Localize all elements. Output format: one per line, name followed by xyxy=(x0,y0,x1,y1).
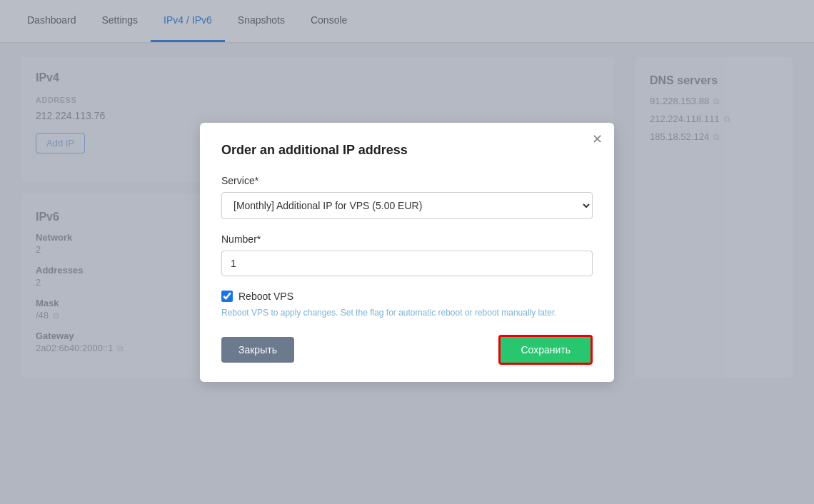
modal-close-x-button[interactable]: ✕ xyxy=(592,133,603,146)
reboot-hint: Reboot VPS to apply changes. Set the fla… xyxy=(221,308,593,318)
modal-overlay: Order an additional IP address ✕ Service… xyxy=(0,0,814,504)
service-label: Service* xyxy=(221,175,593,186)
service-select[interactable]: [Monthly] Additional IP for VPS (5.00 EU… xyxy=(221,192,593,219)
save-button[interactable]: Сохранить xyxy=(498,335,593,365)
reboot-label: Reboot VPS xyxy=(238,291,293,302)
modal-dialog: Order an additional IP address ✕ Service… xyxy=(200,123,614,382)
number-input[interactable] xyxy=(221,251,593,276)
reboot-checkbox[interactable] xyxy=(221,291,233,302)
modal-footer: Закрыть Сохранить xyxy=(221,335,593,365)
modal-title: Order an additional IP address xyxy=(221,143,593,158)
close-modal-button[interactable]: Закрыть xyxy=(221,337,294,363)
number-label: Number* xyxy=(221,233,593,245)
reboot-checkbox-row: Reboot VPS xyxy=(221,291,593,302)
